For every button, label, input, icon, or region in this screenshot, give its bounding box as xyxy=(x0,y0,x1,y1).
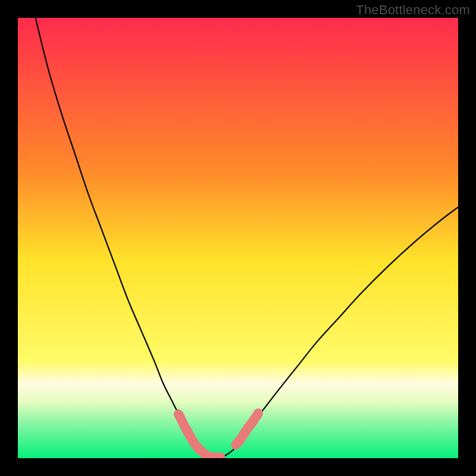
watermark-text: TheBottleneck.com xyxy=(356,2,470,18)
plot-area xyxy=(18,18,458,458)
chart-svg xyxy=(18,18,458,458)
gradient-background xyxy=(18,18,458,458)
chart-frame: TheBottleneck.com xyxy=(0,0,476,476)
